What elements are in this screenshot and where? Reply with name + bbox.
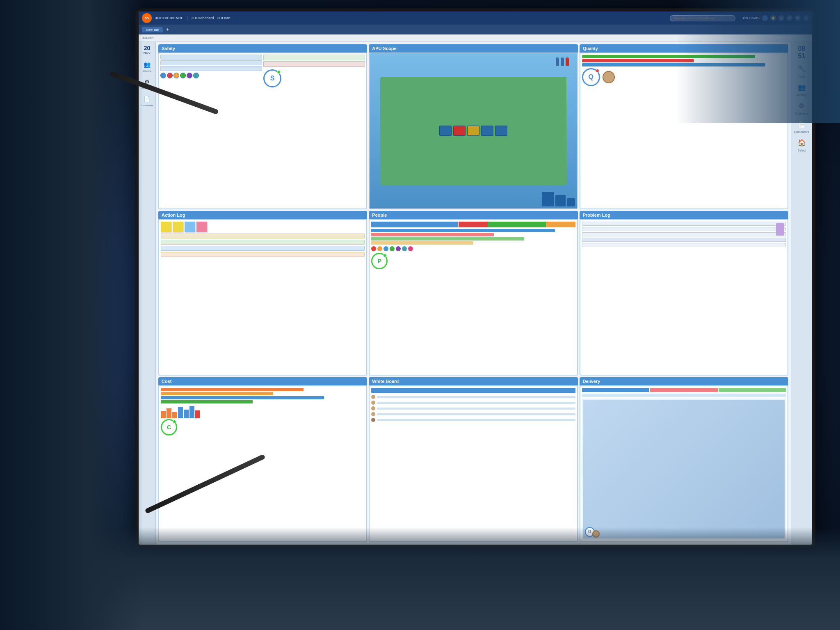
people-av-7 xyxy=(408,246,413,251)
person-row-4 xyxy=(371,412,575,417)
person-row-1 xyxy=(371,394,575,399)
chart-bar-2 xyxy=(167,408,171,418)
delivery-body: D xyxy=(580,386,788,541)
avatar-4 xyxy=(180,73,186,78)
problem-row-1 xyxy=(582,222,786,226)
person-avatar-4 xyxy=(371,412,375,416)
problem-rows xyxy=(582,222,786,247)
sticky-blue-1 xyxy=(185,222,195,232)
person-bar-5 xyxy=(377,419,575,421)
seg-green xyxy=(488,222,546,227)
brand-label: 3DEXPERIENCE xyxy=(155,16,184,20)
cost-status-dot xyxy=(173,420,176,424)
sticky-notes-row-1 xyxy=(161,222,365,232)
platform-label: 3DDashboard xyxy=(191,16,214,20)
person-list xyxy=(371,394,575,422)
date-display: 20 NOV xyxy=(144,45,151,55)
chart-bar-4 xyxy=(178,407,183,418)
apu-scope-widget: APU Scope xyxy=(369,44,578,209)
person-avatar-5 xyxy=(371,418,375,422)
machine-5 xyxy=(495,126,507,136)
person-bar-4 xyxy=(377,413,575,415)
cost-body: C xyxy=(159,386,366,541)
seg-orange xyxy=(546,222,575,227)
people-av-5 xyxy=(396,246,401,251)
whiteboard-body xyxy=(370,386,577,541)
assembly-structures xyxy=(542,192,575,206)
cost-bar-3 xyxy=(161,396,324,399)
people-status-dot xyxy=(383,254,387,257)
sidebar-meeting-label: Meeting xyxy=(143,70,151,72)
people-bar-4 xyxy=(371,241,473,245)
avatar-3 xyxy=(173,73,179,78)
people-bar-2 xyxy=(371,233,493,236)
people-av-4 xyxy=(390,246,395,251)
delivery-bars-top xyxy=(582,388,786,392)
safety-right-col: S xyxy=(263,55,365,207)
cost-header: Cost xyxy=(158,377,367,385)
main-tab[interactable]: New Tab xyxy=(142,27,163,32)
cost-bar-2 xyxy=(161,392,273,395)
whiteboard-header: White Board xyxy=(369,377,578,385)
people-segments xyxy=(371,222,575,227)
delivery-title: Delivery xyxy=(583,379,600,384)
worker-3 xyxy=(566,57,569,66)
safety-row-1 xyxy=(160,55,262,60)
people-title: People xyxy=(372,213,387,218)
delivery-widget: Delivery xyxy=(580,377,788,542)
sticky-pink-1 xyxy=(196,222,207,232)
right-select-icon: 🏠 xyxy=(796,137,808,148)
safety-row-2 xyxy=(160,60,262,65)
people-avatars xyxy=(371,246,575,251)
problem-row-5 xyxy=(582,243,786,247)
cost-circle-container: C xyxy=(161,419,365,435)
seg-red xyxy=(459,222,488,227)
sub-platform-label: 3DLean xyxy=(217,16,231,20)
structure-3 xyxy=(567,198,575,206)
safety-col2-row-1 xyxy=(263,55,365,60)
chart-bar-3 xyxy=(172,412,177,418)
chart-bar-6 xyxy=(189,406,194,418)
sidebar-item-meeting[interactable]: 👥 Meeting xyxy=(143,60,152,72)
add-tab-button[interactable]: + xyxy=(164,27,171,32)
chart-bar-1 xyxy=(161,411,166,418)
problem-row-4 xyxy=(582,238,786,242)
quality-status-dot xyxy=(596,69,599,73)
chart-bar-7 xyxy=(195,410,200,419)
safety-row-3 xyxy=(160,66,262,71)
cost-bar-4 xyxy=(161,400,253,403)
problem-row-3 xyxy=(582,232,786,236)
del-bar-2 xyxy=(650,388,717,392)
date-month: NOV xyxy=(144,51,151,55)
apu-header: APU Scope xyxy=(369,44,578,53)
action-log-title: Action Log xyxy=(162,213,185,218)
people-av-1 xyxy=(371,246,376,251)
problem-tag xyxy=(776,223,784,236)
machine-1 xyxy=(439,126,452,136)
people-av-6 xyxy=(402,246,407,251)
wb-header-bar xyxy=(371,388,575,393)
person-bar-2 xyxy=(377,402,575,404)
delivery-floor-plan: D xyxy=(583,400,785,538)
right-documents-label: Documents xyxy=(794,131,809,133)
people-header: People xyxy=(369,211,578,219)
person-row-3 xyxy=(371,406,575,411)
worker-figures xyxy=(556,57,569,66)
avatar-5 xyxy=(187,73,192,78)
person-avatar-3 xyxy=(371,406,375,410)
people-widget: People xyxy=(369,211,578,376)
machine-2 xyxy=(453,126,466,136)
worker-1 xyxy=(556,57,559,66)
safety-title: Safety xyxy=(162,46,175,51)
worker-2 xyxy=(561,57,564,66)
whiteboard-title: White Board xyxy=(372,379,399,384)
problem-row-2 xyxy=(582,227,786,231)
safety-circle-container: S xyxy=(263,69,365,87)
person-row-5 xyxy=(371,417,575,422)
problem-log-header: Problem Log xyxy=(580,211,788,219)
safety-left-col xyxy=(160,55,262,207)
right-sidebar-select[interactable]: 🏠 Select xyxy=(796,137,808,152)
apu-body xyxy=(370,53,577,208)
structure-1 xyxy=(542,192,554,206)
quality-title: Quality xyxy=(583,46,598,51)
